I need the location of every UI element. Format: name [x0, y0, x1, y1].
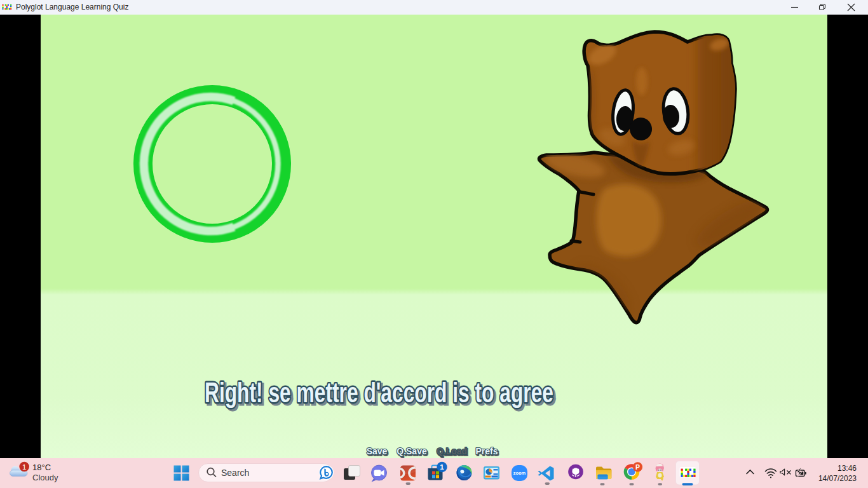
- svg-text:Prefs: Prefs: [475, 446, 498, 456]
- svg-text:Q.Save: Q.Save: [397, 446, 427, 456]
- svg-text:zoom: zoom: [513, 470, 526, 476]
- svg-text:1: 1: [440, 463, 444, 471]
- svg-text:1: 1: [22, 463, 26, 471]
- svg-text:Right! se mettre d'accord is t: Right! se mettre d'accord is to agree: [205, 376, 553, 409]
- svg-text:Save: Save: [367, 446, 388, 456]
- svg-text:P: P: [635, 463, 640, 471]
- svg-text:Q.Load: Q.Load: [437, 446, 467, 456]
